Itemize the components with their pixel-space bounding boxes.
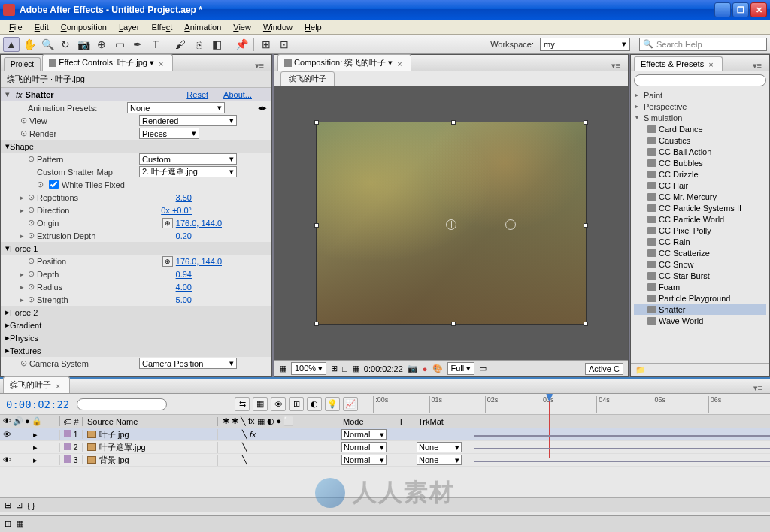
- layer-quality-icon[interactable]: ╲: [242, 455, 247, 465]
- maximize-button[interactable]: ❐: [732, 2, 749, 17]
- menu-edit[interactable]: Edit: [29, 21, 55, 33]
- prop-radius-value[interactable]: 4.00: [176, 283, 192, 292]
- stopwatch-icon[interactable]: ⊙: [28, 231, 37, 240]
- timeline-layer-row[interactable]: 👁 ▸ 1 叶子.jpg ╲ fx Normal▾: [0, 428, 770, 441]
- comp-subtab[interactable]: 缤飞的叶子: [280, 71, 335, 86]
- ruler-mark[interactable]: :00s: [373, 396, 429, 413]
- stopwatch-icon[interactable]: ⊙: [28, 205, 37, 215]
- timeline-tab[interactable]: 缤飞的叶子 ×: [3, 376, 70, 393]
- stopwatch-icon[interactable]: ⊙: [20, 358, 29, 368]
- effect-wave-world[interactable]: Wave World: [634, 315, 766, 326]
- force-point-icon[interactable]: [505, 219, 516, 230]
- puppet-tool[interactable]: 📌: [233, 37, 250, 52]
- menu-window[interactable]: Window: [257, 21, 299, 33]
- menu-layer[interactable]: Layer: [113, 21, 146, 33]
- shy-icon[interactable]: 👁: [271, 397, 286, 411]
- effect-cc-rain[interactable]: CC Rain: [634, 236, 766, 247]
- group-force2[interactable]: Force 2: [10, 308, 38, 317]
- col-source-name[interactable]: Source Name: [83, 417, 218, 426]
- tab-close-icon[interactable]: ×: [56, 382, 63, 389]
- layer-trkmat-select[interactable]: None▾: [417, 455, 462, 465]
- eraser-tool[interactable]: ◧: [208, 37, 225, 52]
- brainstorm-icon[interactable]: 💡: [325, 397, 340, 411]
- zoom-tool[interactable]: 🔍: [39, 37, 56, 52]
- col-solo-icon[interactable]: ●: [25, 416, 30, 426]
- animation-presets-select[interactable]: None▾: [127, 102, 225, 113]
- tab-close-icon[interactable]: ×: [708, 60, 716, 68]
- minimize-button[interactable]: _: [714, 2, 731, 17]
- prop-render-select[interactable]: Pieces▾: [139, 128, 199, 139]
- resolution-icon[interactable]: ⊞: [331, 364, 338, 373]
- stopwatch-icon[interactable]: ⊙: [28, 295, 37, 304]
- group-physics[interactable]: Physics: [10, 334, 38, 343]
- ruler-mark[interactable]: 02s: [485, 396, 541, 413]
- graph-editor-icon[interactable]: 📈: [343, 397, 358, 411]
- timeline-brackets-icon[interactable]: { }: [27, 501, 35, 510]
- layer-trkmat-select[interactable]: None▾: [417, 442, 462, 452]
- selection-tool[interactable]: ▲: [3, 37, 20, 52]
- layer-fx-icon[interactable]: fx: [250, 430, 256, 440]
- menu-effect[interactable]: Effect: [145, 21, 178, 33]
- menu-view[interactable]: View: [227, 21, 257, 33]
- col-lock-icon[interactable]: 🔒: [32, 416, 42, 426]
- col-audio-icon[interactable]: 🔊: [13, 416, 23, 426]
- timeline-timecode[interactable]: 0:00:02:22: [6, 398, 69, 410]
- camera-tool[interactable]: 📷: [75, 37, 92, 52]
- ruler-mark[interactable]: 05s: [653, 396, 708, 413]
- effects-search-input[interactable]: [634, 74, 766, 86]
- toggle-modes-icon[interactable]: ⊡: [16, 500, 23, 510]
- col-mode[interactable]: Mode: [338, 417, 399, 426]
- tab-effect-controls[interactable]: Effect Controls: 叶子.jpg ▾ ×: [42, 54, 173, 71]
- composition-viewer[interactable]: [274, 86, 628, 360]
- prop-repetitions-value[interactable]: 3.50: [176, 193, 192, 202]
- transparency-icon[interactable]: ▦: [352, 364, 359, 373]
- timeline-layer-row[interactable]: ▸ 2 叶子遮罩.jpg ╲ Normal▾ None▾: [0, 441, 770, 454]
- preset-next-icon[interactable]: ▸: [262, 103, 267, 113]
- col-trkmat[interactable]: TrkMat: [414, 417, 474, 426]
- layer-duration-bar[interactable]: [474, 448, 770, 449]
- prop-shatter-map-select[interactable]: 2. 叶子遮罩.jpg▾: [139, 166, 237, 177]
- prop-extrusion-value[interactable]: 0.20: [176, 231, 192, 240]
- layer-quality-icon[interactable]: ╲: [242, 443, 247, 452]
- time-display[interactable]: 0:00:02:22: [364, 364, 403, 373]
- brush-tool[interactable]: 🖌: [172, 37, 189, 52]
- stopwatch-icon[interactable]: ⊙: [37, 180, 46, 189]
- channel-icon[interactable]: ●: [423, 364, 428, 373]
- tab-close-icon[interactable]: ×: [397, 59, 405, 67]
- effect-cc-hair[interactable]: CC Hair: [634, 180, 766, 191]
- group-textures[interactable]: Textures: [10, 346, 41, 355]
- category-perspective[interactable]: ▸Perspective: [634, 101, 766, 112]
- prop-view-select[interactable]: Rendered▾: [139, 115, 237, 126]
- comp-mini-flowchart-icon[interactable]: ⇆: [235, 397, 250, 411]
- effect-cc-bubbles[interactable]: CC Bubbles: [634, 157, 766, 168]
- tab-effects-presets[interactable]: Effects & Presets ×: [634, 56, 723, 71]
- resolution-select[interactable]: Full ▾: [447, 362, 475, 375]
- stopwatch-icon[interactable]: ⊙: [28, 282, 37, 292]
- prop-camera-system-select[interactable]: Camera Position▾: [139, 358, 237, 369]
- effect-cc-particle-world[interactable]: CC Particle World: [634, 213, 766, 225]
- ruler-mark[interactable]: 01s: [429, 396, 485, 413]
- timeline-layer-row[interactable]: 👁 ▸ 3 背景.jpg ╲ Normal▾ None▾: [0, 454, 770, 467]
- stopwatch-icon[interactable]: ⊙: [20, 116, 29, 125]
- new-bin-icon[interactable]: 📁: [635, 365, 646, 374]
- panel-menu-icon[interactable]: ▾≡: [250, 61, 268, 71]
- category-simulation[interactable]: ▾Simulation: [634, 112, 766, 123]
- anchor-point-icon[interactable]: [446, 219, 456, 230]
- status-icon[interactable]: ⊞: [5, 519, 11, 529]
- col-visibility-icon[interactable]: 👁: [3, 416, 11, 426]
- effect-foam[interactable]: Foam: [634, 281, 766, 292]
- workspace-select[interactable]: my▾: [540, 38, 630, 51]
- crosshair-icon[interactable]: ⊕: [162, 218, 173, 228]
- layer-visibility-icon[interactable]: 👁: [3, 430, 12, 440]
- about-link[interactable]: About...: [223, 90, 252, 99]
- effect-cc-particle-systems-ii[interactable]: CC Particle Systems II: [634, 202, 766, 213]
- fx-toggle-icon[interactable]: ▾: [5, 89, 16, 99]
- stopwatch-icon[interactable]: ⊙: [20, 128, 29, 138]
- color-mgmt-icon[interactable]: 🎨: [432, 364, 443, 373]
- close-button[interactable]: ✕: [750, 2, 767, 17]
- region-icon[interactable]: □: [342, 364, 347, 373]
- layer-twirl-icon[interactable]: ▸: [33, 430, 38, 440]
- effect-cc-pixel-polly[interactable]: CC Pixel Polly: [634, 225, 766, 236]
- snapshot-icon[interactable]: 📷: [408, 364, 418, 373]
- prop-direction-value[interactable]: 0x +0.0°: [161, 206, 192, 215]
